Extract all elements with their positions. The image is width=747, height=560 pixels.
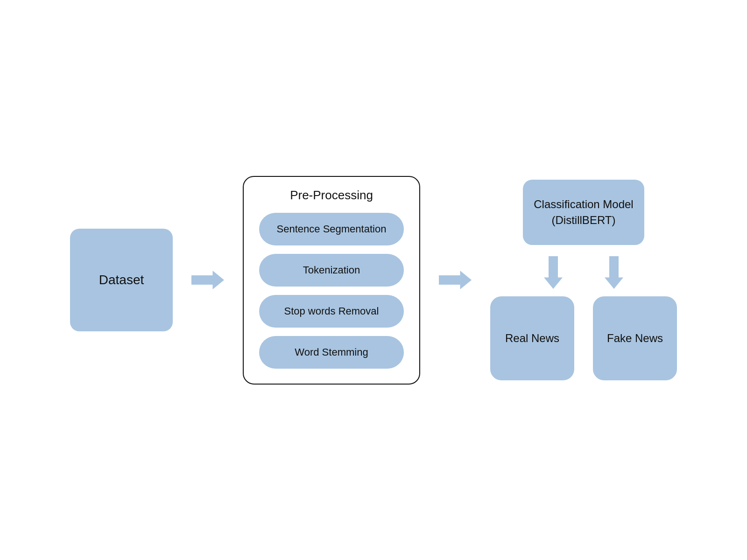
preprocessing-title: Pre-Processing [290, 188, 373, 203]
diagram-container: Dataset Pre-Processing Sentence Segmenta… [47, 176, 700, 385]
outputs-row: Real News Fake News [490, 296, 677, 380]
arrow-down-real [542, 256, 565, 289]
arrow-right-icon-2 [439, 268, 472, 292]
fake-news-box: Fake News [593, 296, 677, 380]
preprocessing-step-word-stemming: Word Stemming [259, 336, 404, 369]
preprocessing-step-tokenization: Tokenization [259, 254, 404, 287]
classification-label: Classification Model(DistillBERT) [534, 196, 633, 228]
classification-box: Classification Model(DistillBERT) [523, 180, 644, 245]
dataset-label: Dataset [99, 273, 144, 287]
arrow-1 [191, 268, 224, 292]
fake-news-label: Fake News [607, 332, 663, 345]
preprocessing-container: Pre-Processing Sentence Segmentation Tok… [243, 176, 420, 385]
preprocessing-step-sentence-segmentation: Sentence Segmentation [259, 213, 404, 245]
preprocessing-step-stop-words: Stop words Removal [259, 295, 404, 328]
arrow-down-fake [602, 256, 626, 289]
real-news-label: Real News [505, 332, 559, 345]
down-arrows-row [542, 256, 626, 289]
arrow-2 [439, 268, 472, 292]
real-news-box: Real News [490, 296, 574, 380]
dataset-box: Dataset [70, 229, 173, 331]
right-section: Classification Model(DistillBERT) Real N… [490, 180, 677, 380]
arrow-right-icon [191, 268, 224, 292]
